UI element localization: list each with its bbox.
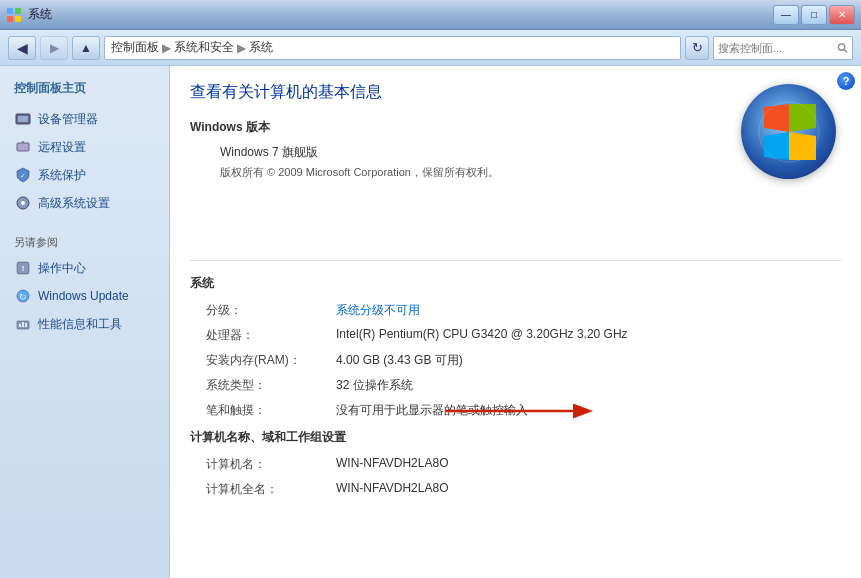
windows-update-icon: ↻ bbox=[14, 287, 32, 305]
system-row-rating: 分级： 系统分级不可用 bbox=[200, 298, 831, 323]
sidebar-item-device-manager[interactable]: 设备管理器 bbox=[0, 105, 169, 133]
system-label-ram: 安装内存(RAM)： bbox=[200, 348, 330, 373]
sidebar-label-remote: 远程设置 bbox=[38, 139, 86, 156]
svg-point-4 bbox=[838, 43, 844, 49]
sidebar-item-advanced-settings[interactable]: 高级系统设置 bbox=[0, 189, 169, 217]
system-value-type: 32 位操作系统 bbox=[330, 373, 831, 398]
computer-fullname-row: 计算机全名： WIN-NFAVDH2LA8O bbox=[200, 477, 831, 502]
search-icon bbox=[837, 42, 848, 54]
refresh-button[interactable]: ↻ bbox=[685, 36, 709, 60]
svg-text:✓: ✓ bbox=[20, 172, 26, 179]
system-label-processor: 处理器： bbox=[200, 323, 330, 348]
sidebar-item-remote-settings[interactable]: 远程设置 bbox=[0, 133, 169, 161]
title-bar-left: 系统 bbox=[6, 6, 52, 23]
svg-rect-1 bbox=[15, 8, 21, 14]
computer-name-value: WIN-NFAVDH2LA8O bbox=[330, 452, 831, 477]
breadcrumb-part-3: 系统 bbox=[249, 39, 273, 56]
main-layout: 控制面板主页 设备管理器 远程设置 bbox=[0, 66, 861, 578]
search-box[interactable] bbox=[713, 36, 853, 60]
system-protection-icon: ✓ bbox=[14, 166, 32, 184]
system-section-label: 系统 bbox=[190, 275, 841, 292]
svg-rect-0 bbox=[7, 8, 13, 14]
windows-logo-svg bbox=[754, 97, 824, 167]
system-row-processor: 处理器： Intel(R) Pentium(R) CPU G3420 @ 3.2… bbox=[200, 323, 831, 348]
breadcrumb-sep-1: ▶ bbox=[162, 41, 171, 55]
svg-rect-2 bbox=[7, 16, 13, 22]
sidebar-item-system-protection[interactable]: ✓ 系统保护 bbox=[0, 161, 169, 189]
sidebar-label-protection: 系统保护 bbox=[38, 167, 86, 184]
sidebar-label-action-center: 操作中心 bbox=[38, 260, 86, 277]
windows-logo bbox=[741, 84, 836, 179]
sidebar-main-title[interactable]: 控制面板主页 bbox=[0, 76, 169, 105]
svg-rect-3 bbox=[15, 16, 21, 22]
maximize-button[interactable]: □ bbox=[801, 5, 827, 25]
svg-rect-7 bbox=[18, 116, 28, 122]
forward-button[interactable]: ▶ bbox=[40, 36, 68, 60]
system-label-rating: 分级： bbox=[200, 298, 330, 323]
back-button[interactable]: ◀ bbox=[8, 36, 36, 60]
title-bar-controls: — □ ✕ bbox=[773, 5, 855, 25]
sidebar-see-also-title: 另请参阅 bbox=[0, 229, 169, 254]
section-divider-1 bbox=[190, 260, 841, 261]
remote-settings-icon bbox=[14, 138, 32, 156]
advanced-settings-icon bbox=[14, 194, 32, 212]
computer-fullname-label: 计算机全名： bbox=[200, 477, 330, 502]
sidebar-divider bbox=[0, 217, 169, 229]
system-label-type: 系统类型： bbox=[200, 373, 330, 398]
sidebar-label-performance: 性能信息和工具 bbox=[38, 316, 122, 333]
breadcrumb[interactable]: 控制面板 ▶ 系统和安全 ▶ 系统 bbox=[104, 36, 681, 60]
svg-point-12 bbox=[21, 201, 25, 205]
minimize-button[interactable]: — bbox=[773, 5, 799, 25]
system-value-rating[interactable]: 系统分级不可用 bbox=[330, 298, 831, 323]
system-row-ram: 安装内存(RAM)： 4.00 GB (3.43 GB 可用) bbox=[200, 348, 831, 373]
computer-name-row: 计算机名： WIN-NFAVDH2LA8O bbox=[200, 452, 831, 477]
search-input[interactable] bbox=[718, 42, 837, 54]
sidebar-item-action-center[interactable]: ! 操作中心 bbox=[0, 254, 169, 282]
computer-fullname-value: WIN-NFAVDH2LA8O bbox=[330, 477, 831, 502]
svg-rect-8 bbox=[17, 143, 29, 151]
computer-name-section-label: 计算机名称、域和工作组设置 bbox=[190, 429, 841, 446]
sidebar-label-windows-update: Windows Update bbox=[38, 289, 129, 303]
address-bar: ◀ ▶ ▲ 控制面板 ▶ 系统和安全 ▶ 系统 ↻ bbox=[0, 30, 861, 66]
system-value-ram: 4.00 GB (3.43 GB 可用) bbox=[330, 348, 831, 373]
system-info-table: 分级： 系统分级不可用 处理器： Intel(R) Pentium(R) CPU… bbox=[200, 298, 831, 423]
sidebar-item-windows-update[interactable]: ↻ Windows Update bbox=[0, 282, 169, 310]
breadcrumb-sep-2: ▶ bbox=[237, 41, 246, 55]
windows-copyright: 版权所有 © 2009 Microsoft Corporation，保留所有权利… bbox=[220, 165, 841, 180]
computer-name-table: 计算机名： WIN-NFAVDH2LA8O 计算机全名： WIN-NFAVDH2… bbox=[200, 452, 831, 502]
svg-text:!: ! bbox=[22, 264, 25, 273]
title-bar: 系统 — □ ✕ bbox=[0, 0, 861, 30]
system-value-touch: 没有可用于此显示器的笔或触控输入 bbox=[330, 398, 831, 423]
system-row-touch: 笔和触摸： 没有可用于此显示器的笔或触控输入 bbox=[200, 398, 831, 423]
system-row-type: 系统类型： 32 位操作系统 bbox=[200, 373, 831, 398]
computer-name-label: 计算机名： bbox=[200, 452, 330, 477]
content-area: ? 查看有关计算机的基本信息 Windows 版本 Windows 7 旗舰版 … bbox=[170, 66, 861, 578]
performance-icon bbox=[14, 315, 32, 333]
sidebar-label-advanced: 高级系统设置 bbox=[38, 195, 110, 212]
close-button[interactable]: ✕ bbox=[829, 5, 855, 25]
window-title: 系统 bbox=[28, 6, 52, 23]
breadcrumb-part-1: 控制面板 bbox=[111, 39, 159, 56]
sidebar-label-device-manager: 设备管理器 bbox=[38, 111, 98, 128]
up-button[interactable]: ▲ bbox=[72, 36, 100, 60]
help-icon[interactable]: ? bbox=[837, 72, 855, 90]
action-center-icon: ! bbox=[14, 259, 32, 277]
sidebar: 控制面板主页 设备管理器 远程设置 bbox=[0, 66, 170, 578]
system-value-processor: Intel(R) Pentium(R) CPU G3420 @ 3.20GHz … bbox=[330, 323, 831, 348]
svg-line-5 bbox=[844, 49, 847, 52]
sidebar-item-performance[interactable]: 性能信息和工具 bbox=[0, 310, 169, 338]
page-title: 查看有关计算机的基本信息 bbox=[190, 82, 841, 103]
device-manager-icon bbox=[14, 110, 32, 128]
svg-text:↻: ↻ bbox=[19, 292, 27, 302]
system-label-touch: 笔和触摸： bbox=[200, 398, 330, 423]
window-icon bbox=[6, 7, 22, 23]
breadcrumb-part-2: 系统和安全 bbox=[174, 39, 234, 56]
